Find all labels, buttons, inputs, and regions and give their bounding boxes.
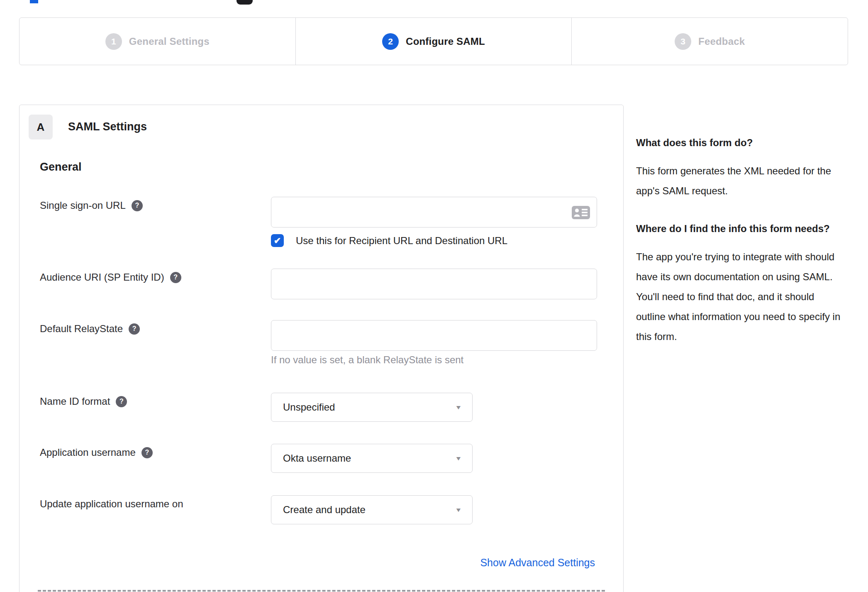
section-a-badge: A xyxy=(29,115,53,139)
name-id-format-label-text: Name ID format xyxy=(40,396,110,407)
name-id-format-select[interactable]: Unspecified ▼ xyxy=(271,393,473,422)
help-icon[interactable]: ? xyxy=(129,323,140,335)
chevron-down-icon: ▼ xyxy=(455,404,462,411)
configure-saml-page: 1 General Settings 2 Configure SAML 3 Fe… xyxy=(0,0,868,592)
recipient-url-checkbox[interactable]: ✔ xyxy=(271,234,284,247)
help-section: What does this form do? This form genera… xyxy=(636,135,846,201)
show-advanced-settings-link[interactable]: Show Advanced Settings xyxy=(480,557,595,569)
help-icon[interactable]: ? xyxy=(141,447,153,458)
help-icon[interactable]: ? xyxy=(170,272,181,283)
application-username-select[interactable]: Okta username ▼ xyxy=(271,444,473,473)
general-section-heading: General xyxy=(40,161,82,174)
help-body: The app you're trying to integrate with … xyxy=(636,247,846,347)
relaystate-hint: If no value is set, a blank RelayState i… xyxy=(271,354,463,366)
audience-uri-label-text: Audience URI (SP Entity ID) xyxy=(40,272,164,283)
help-icon[interactable]: ? xyxy=(116,396,127,407)
sso-url-input[interactable] xyxy=(271,197,597,228)
step-1-label: General Settings xyxy=(129,36,210,47)
default-relaystate-input[interactable] xyxy=(271,320,597,351)
step-general-settings: 1 General Settings xyxy=(20,18,295,65)
audience-uri-input[interactable] xyxy=(271,269,597,299)
help-section: Where do I find the info this form needs… xyxy=(636,221,846,347)
application-username-label-text: Application username xyxy=(40,447,136,458)
step-2-indicator: 2 xyxy=(382,33,399,50)
audience-uri-label: Audience URI (SP Entity ID) ? xyxy=(40,272,181,283)
default-relaystate-label: Default RelayState ? xyxy=(40,323,140,335)
wizard-stepper: 1 General Settings 2 Configure SAML 3 Fe… xyxy=(19,17,848,65)
step-3-indicator: 3 xyxy=(675,33,691,50)
step-2-label: Configure SAML xyxy=(406,36,485,47)
top-cutoff-blue-fragment xyxy=(30,0,38,3)
top-cutoff-dark-fragment xyxy=(237,0,253,5)
sso-url-label-text: Single sign-on URL xyxy=(40,200,126,211)
update-username-label-text: Update application username on xyxy=(40,498,183,510)
recipient-url-checkbox-row: ✔ Use this for Recipient URL and Destina… xyxy=(271,234,507,247)
help-heading: Where do I find the info this form needs… xyxy=(636,221,846,237)
saml-settings-card: A SAML Settings General Single sign-on U… xyxy=(19,105,624,592)
card-title: SAML Settings xyxy=(68,120,147,133)
help-heading: What does this form do? xyxy=(636,135,846,151)
recipient-url-checkbox-label: Use this for Recipient URL and Destinati… xyxy=(296,235,507,247)
step-1-indicator: 1 xyxy=(105,33,122,50)
contact-card-icon xyxy=(571,205,590,220)
help-body: This form generates the XML needed for t… xyxy=(636,161,846,201)
update-username-label: Update application username on xyxy=(40,498,183,510)
sso-url-input-wrap xyxy=(271,197,597,228)
help-icon[interactable]: ? xyxy=(132,200,143,211)
step-configure-saml: 2 Configure SAML xyxy=(295,18,572,65)
chevron-down-icon: ▼ xyxy=(455,455,462,462)
name-id-format-label: Name ID format ? xyxy=(40,396,127,407)
chevron-down-icon: ▼ xyxy=(455,506,462,513)
step-feedback: 3 Feedback xyxy=(571,18,848,65)
default-relaystate-label-text: Default RelayState xyxy=(40,323,123,335)
name-id-format-value: Unspecified xyxy=(283,401,335,413)
application-username-value: Okta username xyxy=(283,453,351,464)
help-panel: What does this form do? This form genera… xyxy=(636,135,846,347)
section-dashed-divider xyxy=(38,590,605,592)
update-username-select[interactable]: Create and update ▼ xyxy=(271,495,473,524)
step-3-label: Feedback xyxy=(698,36,745,47)
application-username-label: Application username ? xyxy=(40,447,153,458)
sso-url-label: Single sign-on URL ? xyxy=(40,200,143,211)
update-username-value: Create and update xyxy=(283,504,366,516)
